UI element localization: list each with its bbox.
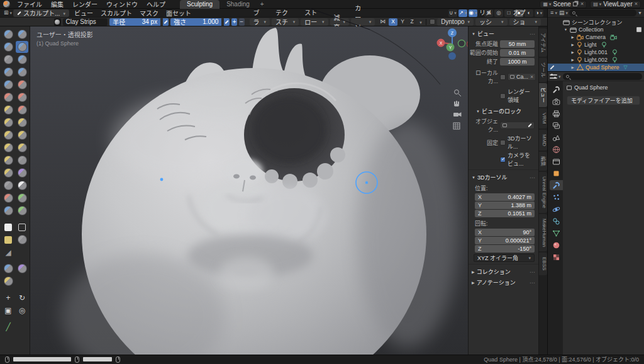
- eyedropper-icon[interactable]: [528, 123, 531, 127]
- tool-multires-displacement-smear[interactable]: [16, 205, 28, 217]
- clip-end-field[interactable]: 1000 m: [500, 58, 535, 65]
- clear-camera-icon[interactable]: ×: [530, 74, 533, 80]
- local-camera-field[interactable]: Ca... ×: [508, 73, 536, 81]
- tool-multiplane-scrape[interactable]: [2, 104, 14, 116]
- tool-mask[interactable]: [16, 179, 28, 191]
- outliner-filter-icon[interactable]: ▤: [559, 9, 568, 17]
- cursor-location-y-field[interactable]: Y1.388 m: [475, 202, 535, 209]
- tool-slide-relax[interactable]: [16, 154, 28, 166]
- menu-edit[interactable]: 編集: [47, 0, 68, 9]
- properties-tab-material[interactable]: [550, 240, 563, 250]
- tool-clay-strips[interactable]: [16, 41, 28, 53]
- add-modifier-button[interactable]: モディファイアーを追加: [567, 96, 640, 105]
- add-workspace-button[interactable]: +: [257, 1, 268, 8]
- new-scene-icon[interactable]: [573, 2, 577, 6]
- viewport-menu-mask[interactable]: マスク: [136, 8, 162, 18]
- tool-dropdown-brush[interactable]: ブラシ: [250, 18, 270, 26]
- clip-start-field[interactable]: 0.01 m: [500, 49, 535, 57]
- viewport-menu-face-sets[interactable]: 面セット: [162, 8, 195, 18]
- sidebar-tab-view[interactable]: ビュー: [539, 83, 547, 107]
- tool-pose[interactable]: [2, 142, 14, 154]
- tool-clay[interactable]: [2, 41, 14, 53]
- tool-simplify[interactable]: [2, 179, 14, 191]
- tool-dropdown-cursor[interactable]: カーソル: [351, 18, 375, 26]
- properties-tab-constraints[interactable]: [550, 216, 563, 226]
- tool-nudge[interactable]: [16, 142, 28, 154]
- outliner-row-camera[interactable]: ▶Camera: [548, 33, 644, 41]
- tool-rotate[interactable]: [2, 154, 14, 166]
- mirror-axis-z[interactable]: Z: [408, 18, 416, 26]
- properties-tab-particles[interactable]: [550, 192, 563, 202]
- properties-tab-tool[interactable]: [550, 84, 563, 94]
- editor-type-button[interactable]: ⊞: [4, 9, 12, 17]
- outliner-row-light-002[interactable]: ▶Light.002: [548, 56, 644, 64]
- filter-funnel-icon[interactable]: ▼: [638, 11, 642, 15]
- outliner-display-mode-icon[interactable]: ≡: [550, 9, 558, 17]
- dyntopo-dropdown[interactable]: Dyntopo: [437, 18, 474, 26]
- tool-dropdown-stroke[interactable]: ストローク: [301, 18, 328, 26]
- tool-draw[interactable]: [2, 28, 14, 40]
- toggle-xray-icon[interactable]: □: [504, 9, 513, 17]
- properties-editor-type-icon[interactable]: [550, 72, 561, 80]
- tool-clay-thumb[interactable]: [2, 54, 14, 65]
- scene-selector[interactable]: ▦ Scene ×: [540, 1, 587, 8]
- tool-cloth-filter[interactable]: [2, 263, 14, 275]
- shading-rendered-icon[interactable]: ◑: [535, 9, 543, 17]
- properties-tab-world[interactable]: [550, 144, 563, 154]
- tool-mask-by-color[interactable]: [2, 275, 14, 287]
- sidebar-tab-makehuman[interactable]: MakeHuman: [539, 214, 547, 251]
- remesh-dropdown[interactable]: リメッシュ: [475, 18, 507, 26]
- tool-paint[interactable]: [16, 192, 28, 204]
- local-camera-checkbox[interactable]: [500, 74, 506, 80]
- viewport-menu-sculpt[interactable]: スカルプト: [97, 8, 136, 18]
- mirror-axis-y[interactable]: Y: [398, 18, 407, 26]
- tool-box-mask[interactable]: [2, 221, 14, 233]
- tool-scale[interactable]: ▣: [2, 304, 14, 316]
- tool-grab[interactable]: [2, 117, 14, 128]
- tool-dropdown-texture[interactable]: テクスチャ: [272, 18, 299, 26]
- radius-pressure-icon[interactable]: [163, 18, 169, 26]
- render-region-checkbox[interactable]: [500, 93, 506, 99]
- menu-window[interactable]: ウィンドウ: [102, 0, 142, 9]
- outliner-row-light[interactable]: ▶Light: [548, 41, 644, 48]
- properties-tab-collection[interactable]: [550, 156, 563, 166]
- outliner-row-collection[interactable]: ▼Collection: [548, 26, 644, 33]
- options-dropdown[interactable]: オプション: [509, 18, 541, 26]
- tool-boundary[interactable]: [2, 167, 14, 179]
- cursor-rotation-x-field[interactable]: X90°: [475, 229, 535, 236]
- tool-layer[interactable]: [16, 54, 28, 65]
- outliner-search-input[interactable]: [569, 9, 636, 16]
- snap-magnet-icon[interactable]: ∪: [448, 9, 457, 17]
- properties-tab-texture[interactable]: [550, 252, 563, 262]
- tool-color-filter[interactable]: [16, 263, 28, 275]
- brush-preview-icon[interactable]: [54, 18, 61, 26]
- outliner-row-light-001[interactable]: ▶Light.001: [548, 48, 644, 56]
- close-viewlayer-icon[interactable]: ×: [635, 1, 638, 7]
- menu-file[interactable]: ファイル: [13, 0, 47, 9]
- tool-inflate[interactable]: [2, 66, 14, 78]
- mirror-axis-x[interactable]: X: [389, 18, 397, 26]
- tool-box-face-set[interactable]: [2, 234, 14, 246]
- cursor-section-header[interactable]: ▼3Dカーソル⋯: [469, 172, 538, 183]
- tool-cloth[interactable]: [16, 167, 28, 179]
- tool-elastic-deform[interactable]: [16, 117, 28, 128]
- collection-exclude-checkbox[interactable]: [636, 27, 641, 32]
- proportional-editing-icon[interactable]: ◉: [469, 9, 477, 17]
- properties-tab-scene[interactable]: [550, 132, 563, 142]
- sidebar-tab-ebss[interactable]: EBSS: [539, 253, 547, 275]
- view-section-header[interactable]: ▼ビュー⋯: [469, 28, 538, 39]
- viewport-menu-view[interactable]: ビュー: [70, 8, 97, 18]
- tool-blob[interactable]: [16, 66, 28, 78]
- cursor-rotation-y-field[interactable]: Y0.000021°: [475, 237, 535, 244]
- properties-tab-render[interactable]: [550, 96, 563, 106]
- properties-tab-view-layer[interactable]: [550, 120, 563, 130]
- camera-to-view-checkbox[interactable]: [500, 157, 506, 162]
- annotation-section-header[interactable]: ▶アノテーション⋯: [469, 277, 538, 288]
- tool-mesh-filter[interactable]: ◢: [2, 246, 14, 258]
- sidebar-tab-unreal-engine[interactable]: Unreal Engine: [539, 172, 547, 213]
- tool-pinch[interactable]: [16, 104, 28, 116]
- outliner-row-quad-sphere[interactable]: ▶Quad Sphere▽: [548, 64, 644, 71]
- tool-thumb[interactable]: [16, 129, 28, 141]
- tool-draw-sharp[interactable]: [16, 28, 28, 40]
- cursor-location-x-field[interactable]: X0.4027 m: [475, 193, 535, 201]
